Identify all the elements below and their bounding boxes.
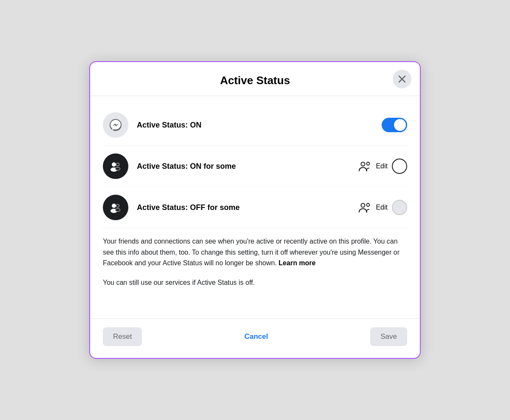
setting-row-off-for-some: Active Status: OFF for some Edit [103, 187, 407, 228]
svg-point-12 [112, 204, 116, 208]
svg-point-16 [361, 204, 365, 207]
svg-point-11 [108, 200, 123, 215]
dialog-header: Active Status [90, 62, 420, 96]
edit-label-on-for-some: Edit [376, 162, 388, 170]
svg-point-4 [108, 159, 123, 174]
edit-label-off-for-some: Edit [376, 204, 388, 211]
setting-actions-on [382, 118, 407, 132]
close-button[interactable] [393, 70, 411, 88]
reset-button[interactable]: Reset [103, 327, 142, 346]
people-icon-on-for-some [359, 161, 371, 172]
off-for-some-icon [108, 200, 123, 215]
close-icon [398, 75, 406, 83]
circle-toggle-on-for-some[interactable] [392, 159, 407, 174]
on-for-some-icon [108, 159, 123, 174]
on-for-some-icon-circle [103, 153, 128, 179]
dialog-title: Active Status [220, 74, 290, 87]
cancel-button[interactable]: Cancel [234, 327, 278, 346]
svg-point-9 [361, 162, 365, 166]
description-main: Your friends and connections can see whe… [103, 238, 400, 267]
svg-point-5 [112, 162, 116, 167]
description-text: Your friends and connections can see whe… [103, 228, 407, 273]
circle-toggle-off-for-some[interactable] [392, 200, 407, 215]
learn-more-link[interactable]: Learn more [279, 259, 316, 267]
dialog-body: Active Status: ON [90, 96, 420, 318]
messenger-icon-circle [103, 112, 128, 138]
active-status-dialog: Active Status Active Status: ON [89, 61, 421, 359]
setting-actions-on-for-some: Edit [359, 159, 407, 174]
setting-label-off-for-some: Active Status: OFF for some [137, 203, 359, 212]
setting-label-on: Active Status: ON [137, 121, 382, 130]
svg-point-14 [116, 204, 119, 207]
messenger-icon [108, 117, 123, 133]
dialog-footer: Reset Cancel Save [90, 318, 420, 358]
svg-point-8 [116, 167, 120, 170]
save-button[interactable]: Save [370, 327, 407, 346]
svg-point-17 [367, 204, 370, 207]
svg-point-7 [116, 163, 119, 166]
setting-row-active-status-on: Active Status: ON [103, 105, 407, 146]
toggle-on[interactable] [382, 118, 407, 132]
sub-description-text: You can still use our services if Active… [103, 273, 407, 288]
off-for-some-icon-circle [103, 195, 128, 220]
setting-actions-off-for-some: Edit [359, 200, 407, 215]
svg-point-15 [116, 209, 120, 212]
people-icon-off-for-some [359, 202, 371, 213]
setting-row-on-for-some: Active Status: ON for some Edit [103, 146, 407, 187]
svg-point-10 [367, 162, 370, 165]
setting-label-on-for-some: Active Status: ON for some [137, 162, 359, 171]
